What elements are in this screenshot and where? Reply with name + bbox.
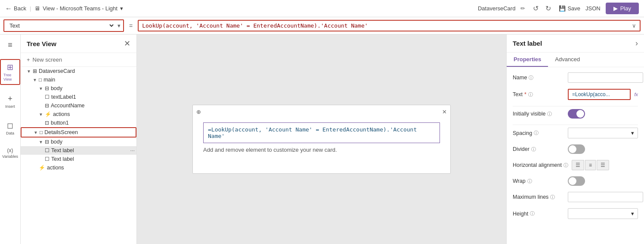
prop-label-spacing: Spacing ⓘ: [513, 130, 564, 136]
wrap-toggle[interactable]: [568, 176, 585, 186]
insert-icon: +: [8, 94, 12, 103]
right-panel-body: Name ⓘ Text * ⓘ =LookUp(acco... fx: [507, 67, 644, 244]
spacing-info-icon: ⓘ: [534, 130, 539, 136]
app-name: DataverseCard: [478, 5, 515, 12]
data-icon: ◻: [7, 121, 13, 130]
right-panel-title: Text label: [513, 40, 542, 47]
align-left-button[interactable]: ☰: [572, 160, 584, 170]
chevron-main: ▼: [33, 78, 37, 82]
label-icon-selected: ☐: [45, 147, 50, 153]
tree-item-actions1[interactable]: ▼ ⚡ actions: [21, 110, 136, 119]
save-label: Save: [567, 5, 580, 12]
sidebar-item-tree-view[interactable]: ⊞ Tree View: [0, 59, 20, 85]
divider-toggle[interactable]: [568, 144, 585, 154]
align-center-button[interactable]: ≡: [585, 160, 596, 170]
label-textlabel-selected: Text label: [51, 147, 74, 153]
canvas-formula-text: =LookUp(account, 'Account Name' = Entere…: [208, 126, 417, 139]
initially-visible-toggle[interactable]: [568, 109, 585, 119]
tree-item-textlabel-selected[interactable]: ☐ Text label ···: [21, 146, 136, 155]
prop-label-divider: Divider ⓘ: [513, 146, 564, 153]
tree-item-dataversecard[interactable]: ▼ ⊞ DataverseCard: [21, 67, 136, 75]
tree-item-actions2[interactable]: ⚡ actions: [21, 163, 136, 172]
chevron-detailsscreen: ▼: [34, 130, 38, 135]
play-icon: ▶: [613, 5, 618, 12]
new-screen-button[interactable]: + New screen: [21, 53, 136, 67]
back-arrow-icon: ←: [5, 5, 12, 13]
right-panel-header: Text label ›: [507, 34, 644, 53]
actions-icon-2: ⚡: [39, 165, 45, 171]
tab-advanced[interactable]: Advanced: [548, 53, 587, 67]
label-textlabel2: Text label: [51, 156, 74, 162]
container-icon-main: □: [39, 77, 42, 83]
spacing-chevron-icon: ▾: [631, 130, 634, 136]
fx-icon: fx: [634, 92, 638, 97]
prop-label-initially-visible: Initially visible ⓘ: [513, 111, 564, 117]
prop-label-wrap: Wrap ⓘ: [513, 178, 564, 185]
formula-input[interactable]: [139, 21, 629, 31]
property-selector[interactable]: Text: [4, 20, 115, 31]
prop-row-horizontal-alignment: Horizontal alignment ⓘ ☰ ≡ ☰: [513, 160, 638, 170]
formula-expand-icon[interactable]: ∨: [629, 22, 640, 29]
screen-icon-detailsscreen: □: [40, 129, 43, 135]
height-select[interactable]: ▾: [568, 208, 638, 219]
tree-item-textlabel2[interactable]: ☐ Text label: [21, 155, 136, 163]
top-bar-left: ← Back | 🖥 View - Microsoft Teams - Ligh…: [5, 5, 473, 13]
undo-button[interactable]: ↺: [530, 3, 541, 13]
sidebar-item-data[interactable]: ◻ Data: [3, 118, 17, 138]
align-right-button[interactable]: ☰: [597, 160, 609, 170]
play-label: Play: [620, 5, 631, 12]
canvas-hint-text: Add and remove element to customize your…: [200, 147, 443, 153]
prop-row-spacing: Spacing ⓘ ▾: [513, 128, 638, 138]
tree-item-body2[interactable]: ▼ ⊟ body: [21, 138, 136, 146]
edit-icon[interactable]: ✏: [520, 5, 525, 12]
formula-bar: Text ▾ = ∨: [0, 17, 644, 34]
card-close-icon[interactable]: ✕: [442, 109, 447, 115]
redo-button[interactable]: ↻: [543, 3, 554, 13]
json-button[interactable]: JSON: [585, 5, 601, 12]
view-selector[interactable]: 🖥 View - Microsoft Teams - Light ▾: [34, 5, 123, 12]
divider-2: [513, 125, 638, 125]
tree-items: ▼ ⊞ DataverseCard ▼ □ main ▼ ⊟ body ☐ te…: [21, 67, 136, 244]
tree-item-accountname[interactable]: ⊟ AccountName: [21, 101, 136, 110]
text-info-icon: ⓘ: [528, 91, 533, 98]
prop-label-height: Height ⓘ: [513, 210, 564, 217]
name-input[interactable]: [568, 72, 643, 83]
save-button[interactable]: 💾 Save: [559, 5, 580, 12]
tree-view-sidebar-icon: ⊞: [7, 63, 13, 72]
back-label: Back: [14, 5, 26, 12]
prop-row-name: Name ⓘ: [513, 72, 638, 83]
tree-item-button1[interactable]: ⊡ button1: [21, 119, 136, 127]
label-accountname: AccountName: [51, 103, 85, 109]
tree-panel-header: Tree View ✕: [21, 34, 136, 53]
new-screen-label: New screen: [33, 56, 62, 63]
tree-item-main[interactable]: ▼ □ main: [21, 75, 136, 84]
card-preview: ⊕ ✕ =LookUp(account, 'Account Name' = En…: [192, 105, 451, 174]
prop-row-wrap: Wrap ⓘ: [513, 176, 638, 186]
back-button[interactable]: ← Back: [5, 5, 26, 13]
text-formula-input[interactable]: =LookUp(acco...: [568, 89, 631, 100]
equals-sign: =: [127, 22, 134, 29]
property-selector-wrap: Text ▾: [3, 19, 124, 32]
tree-panel-close-icon[interactable]: ✕: [124, 39, 130, 48]
sidebar-item-insert[interactable]: + Insert: [3, 92, 18, 111]
chevron-body2: ▼: [39, 140, 43, 144]
new-screen-plus-icon: +: [27, 56, 30, 63]
tree-item-textlabel1[interactable]: ☐ textLabel1: [21, 93, 136, 101]
height-chevron-icon: ▾: [631, 210, 634, 217]
tree-item-body1[interactable]: ▼ ⊟ body: [21, 84, 136, 93]
right-panel: Text label › Properties Advanced Name ⓘ: [506, 34, 644, 244]
hamburger-menu-item[interactable]: ≡: [5, 38, 15, 52]
card-move-icon[interactable]: ⊕: [196, 109, 201, 115]
tree-item-detailsscreen[interactable]: ▼ □ DetailsScreen: [21, 127, 136, 138]
body-icon-1: ⊟: [45, 85, 49, 91]
label-actions2: actions: [47, 165, 64, 171]
play-button[interactable]: ▶ Play: [606, 3, 639, 14]
spacing-select[interactable]: ▾: [568, 128, 638, 138]
tree-more-icon[interactable]: ···: [130, 147, 135, 153]
tab-properties[interactable]: Properties: [507, 53, 548, 67]
right-panel-close-icon[interactable]: ›: [635, 39, 638, 48]
maximum-lines-input[interactable]: [568, 192, 643, 202]
undo-redo-group: ↺ ↻: [530, 3, 554, 13]
sidebar-item-variables[interactable]: (x) Variables: [0, 145, 21, 161]
prop-row-height: Height ⓘ ▾: [513, 208, 638, 219]
